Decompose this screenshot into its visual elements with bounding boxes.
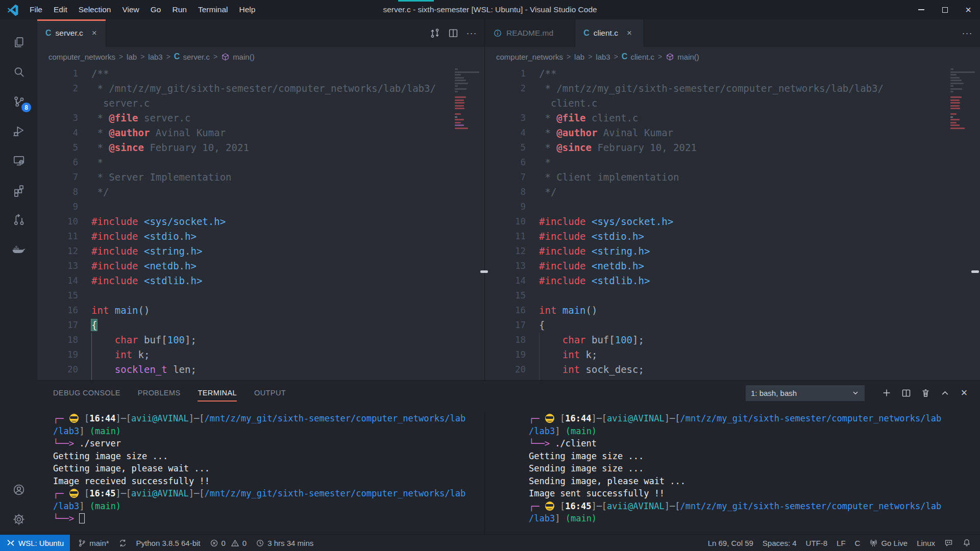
editor-scrollbar-thumb[interactable]	[480, 270, 488, 273]
code-line: 19 int k;	[485, 347, 980, 362]
status-eol[interactable]: LF	[832, 535, 850, 551]
menu-terminal[interactable]: Terminal	[192, 0, 234, 19]
chevron-right-icon: >	[614, 53, 618, 61]
code-editor-server.c[interactable]: 1/**2 * /mnt/z/my_git/sixth-semester/com…	[37, 66, 484, 380]
tab-label: README.md	[506, 29, 553, 38]
search-icon	[12, 65, 26, 79]
editor-scrollbar-thumb[interactable]	[971, 270, 979, 273]
code-line: 10#include <sys/socket.h>	[485, 214, 980, 229]
status-notifications[interactable]	[958, 535, 976, 551]
code-line: 11#include <stdio.h>	[37, 229, 484, 244]
breadcrumb-symbol[interactable]: main()	[666, 53, 699, 61]
menu-go[interactable]: Go	[145, 0, 167, 19]
activity-run-debug[interactable]	[0, 116, 37, 146]
maximize-button[interactable]	[933, 0, 957, 19]
menu-edit[interactable]: Edit	[48, 0, 73, 19]
status-indentation[interactable]: Spaces: 4	[758, 535, 801, 551]
code-line: 18 char buf[100];	[37, 333, 484, 347]
code-line: 5 * @since February 10, 2021	[37, 140, 484, 155]
tab-client.c[interactable]: Cclient.c×	[575, 19, 644, 47]
terminal-selector[interactable]: 1: bash, bash	[746, 385, 865, 401]
line-number: 18	[37, 333, 78, 347]
breadcrumb-item[interactable]: lab	[574, 53, 584, 61]
status-remote[interactable]: WSL: Ubuntu	[0, 535, 70, 551]
line-number: 9	[37, 199, 78, 214]
code-line: 21 struct sockaddr_in client;	[485, 377, 980, 380]
split-terminal-button[interactable]	[897, 384, 915, 402]
terminal-line: ┌─ [16:45]─[avii@AVINAL]─[/mnt/z/my_git/…	[53, 487, 484, 500]
line-number: 12	[37, 244, 78, 259]
terminal-line: ┌─ [16:44]─[avii@AVINAL]─[/mnt/z/my_git/…	[53, 412, 484, 425]
minimap[interactable]	[454, 66, 482, 380]
more-button[interactable]: ···	[464, 26, 479, 41]
status-python-interpreter[interactable]: Python 3.8.5 64-bit	[132, 535, 205, 551]
breadcrumb-item[interactable]: computer_networks	[496, 53, 563, 61]
breadcrumb-file[interactable]: Cserver.c	[174, 52, 210, 61]
terminal-client[interactable]: ┌─ [16:44]─[avii@AVINAL]─[/mnt/z/my_git/…	[484, 412, 980, 534]
status-go-live[interactable]: Go Live	[865, 535, 912, 551]
status-feedback[interactable]	[940, 535, 958, 551]
tab-server.c[interactable]: Cserver.c×	[37, 19, 106, 47]
activity-source-control[interactable]: 8	[0, 87, 37, 116]
terminal-server[interactable]: ┌─ [16:44]─[avii@AVINAL]─[/mnt/z/my_git/…	[37, 412, 484, 534]
activity-docker[interactable]	[0, 235, 37, 264]
status-problems[interactable]: 00	[205, 535, 252, 551]
line-number: 15	[485, 288, 526, 303]
error-icon	[210, 539, 218, 547]
editor-area: Cserver.c×···computer_networks>lab>lab3>…	[37, 19, 980, 380]
split-editor-button[interactable]	[446, 26, 461, 41]
status-cursor-position[interactable]: Ln 69, Col 59	[703, 535, 758, 551]
menu-file[interactable]: File	[24, 0, 48, 19]
close-panel-button[interactable]: ×	[955, 384, 973, 402]
more-button[interactable]: ···	[960, 26, 975, 41]
maximize-panel-button[interactable]	[936, 384, 953, 402]
breadcrumb-file[interactable]: Cclient.c	[622, 52, 654, 61]
panel-tab-debug-console[interactable]: DEBUG CONSOLE	[53, 381, 120, 405]
code-line: 1/**	[37, 66, 484, 81]
breadcrumb-item[interactable]: lab	[127, 53, 137, 61]
close-button[interactable]: ×	[957, 0, 980, 19]
code-editor-client.c[interactable]: 1/**2 * /mnt/z/my_git/sixth-semester/com…	[485, 66, 980, 380]
status-time-tracker[interactable]: 3 hrs 34 mins	[251, 535, 318, 551]
minimize-button[interactable]	[910, 0, 933, 19]
close-icon[interactable]: ×	[90, 28, 99, 38]
menu-help[interactable]: Help	[234, 0, 261, 19]
activity-search[interactable]	[0, 57, 37, 87]
line-number: 7	[485, 170, 526, 185]
panel-tab-problems[interactable]: PROBLEMS	[138, 381, 181, 405]
panel-tab-output[interactable]: OUTPUT	[254, 381, 286, 405]
terminal-line: /lab3] (main)	[53, 500, 484, 513]
chevron-right-icon: >	[658, 53, 662, 61]
status-encoding[interactable]: UTF-8	[801, 535, 832, 551]
menu-view[interactable]: View	[116, 0, 144, 19]
status-git-branch[interactable]: main*	[73, 535, 113, 551]
minimap[interactable]	[949, 66, 978, 380]
activity-accounts[interactable]	[0, 475, 37, 505]
breadcrumb-item[interactable]: lab3	[596, 53, 610, 61]
status-remote-os[interactable]: Linux	[912, 535, 940, 551]
breadcrumb-symbol[interactable]: main()	[221, 53, 255, 61]
menu-selection[interactable]: Selection	[73, 0, 117, 19]
new-terminal-button[interactable]	[878, 384, 895, 402]
kill-terminal-button[interactable]	[917, 384, 934, 402]
terminal-panel: DEBUG CONSOLEPROBLEMSTERMINALOUTPUT 1: b…	[37, 380, 980, 534]
open-changes-button[interactable]	[427, 26, 443, 41]
status-language-mode[interactable]: C	[850, 535, 865, 551]
activity-settings[interactable]	[0, 505, 37, 534]
status-sync[interactable]	[114, 535, 132, 551]
line-number: 10	[485, 214, 526, 229]
terminal-body: ┌─ [16:44]─[avii@AVINAL]─[/mnt/z/my_git/…	[37, 405, 980, 534]
breadcrumb-item[interactable]: computer_networks	[48, 53, 115, 61]
code-line: 1/**	[485, 66, 980, 81]
breadcrumb-item[interactable]: lab3	[148, 53, 162, 61]
tab-README.md[interactable]: README.md×	[485, 19, 575, 47]
code-line: 14#include <stdlib.h>	[485, 273, 980, 288]
line-number: 3	[37, 111, 78, 126]
panel-tab-terminal[interactable]: TERMINAL	[198, 381, 237, 405]
activity-explorer[interactable]	[0, 28, 37, 57]
activity-extensions[interactable]	[0, 176, 37, 205]
close-icon[interactable]: ×	[625, 28, 633, 38]
menu-run[interactable]: Run	[166, 0, 192, 19]
activity-remote-explorer[interactable]	[0, 146, 37, 176]
activity-github-pr[interactable]	[0, 205, 37, 235]
